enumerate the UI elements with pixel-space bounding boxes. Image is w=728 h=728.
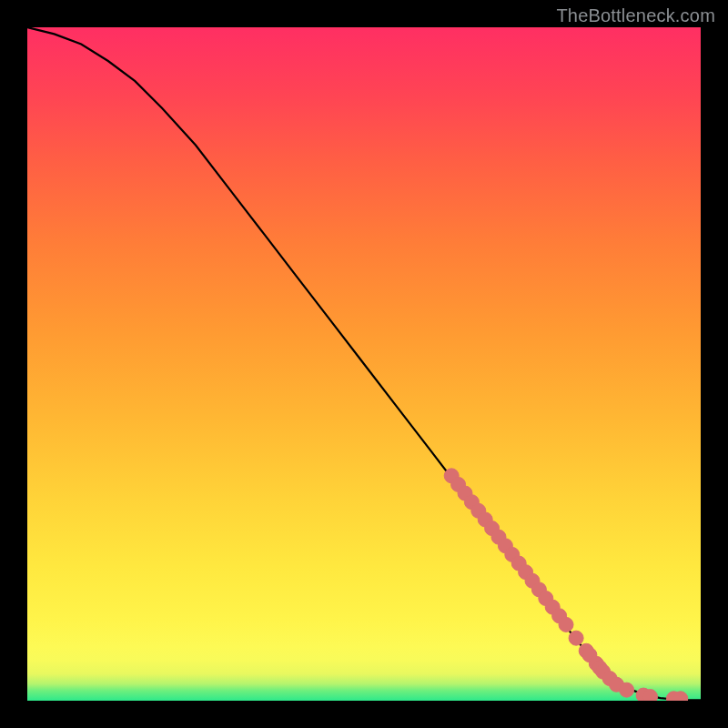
data-point [559,617,573,632]
plot-area [27,27,701,701]
data-point [643,690,658,701]
scatter-dots [444,469,688,701]
plot-svg [27,27,701,701]
watermark-text: TheBottleneck.com [556,5,715,26]
chart-container: TheBottleneck.com [0,0,728,728]
data-point [620,682,634,697]
data-point [569,631,583,645]
curve-line [27,27,701,700]
